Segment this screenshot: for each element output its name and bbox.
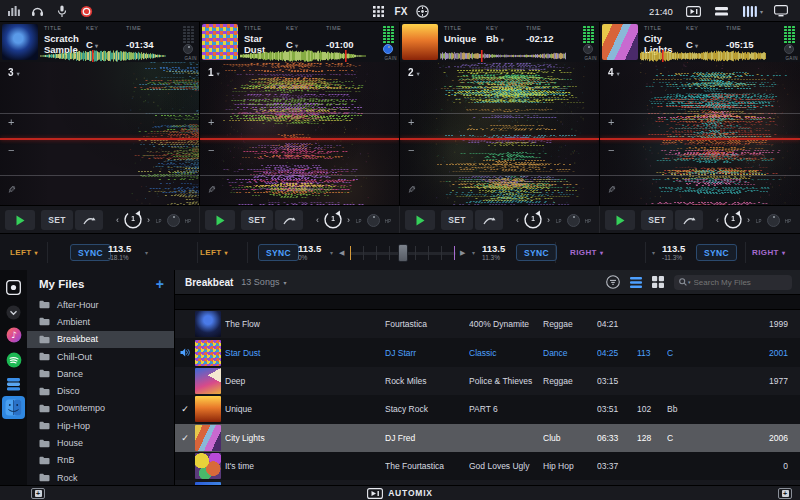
track-overview[interactable] xyxy=(440,48,566,60)
zoom-out-button[interactable]: − xyxy=(8,144,14,156)
track-row[interactable]: ✓ Deep Rock Miles Police & Thieves Regga… xyxy=(175,367,800,395)
deck-time-remaining[interactable]: -02:12 xyxy=(526,33,572,44)
loop-halve-button[interactable]: ‹ xyxy=(513,215,522,225)
filter-icon[interactable] xyxy=(606,275,620,289)
filter-knob[interactable]: LP HP xyxy=(367,214,380,227)
crossfader-track[interactable] xyxy=(350,245,456,261)
beat-jump-selector[interactable]: 2▾ xyxy=(408,67,420,78)
deck-key-select[interactable]: Bb▾ xyxy=(486,33,526,44)
loop-button[interactable]: 1 xyxy=(522,209,544,231)
filter-knob[interactable]: LP HP xyxy=(167,214,180,227)
zoom-out-button[interactable]: − xyxy=(408,144,414,156)
deck3-bpm[interactable]: 113.511.3% xyxy=(482,234,505,271)
list-view-icon[interactable] xyxy=(630,277,642,288)
zoom-in-button[interactable]: + xyxy=(608,116,614,128)
sidebar-folder-item[interactable]: Rock xyxy=(27,469,174,485)
levels-icon[interactable] xyxy=(6,0,22,22)
beat-jump-selector[interactable]: 4▾ xyxy=(608,67,620,78)
sidebar-folder-item[interactable]: Dance xyxy=(27,365,174,382)
play-button[interactable] xyxy=(405,210,435,230)
cue-set-button[interactable]: SET xyxy=(641,210,673,230)
display-icon[interactable] xyxy=(772,0,790,22)
sidebar-folder-item[interactable]: Chill-Out xyxy=(27,348,174,365)
deck-waveform[interactable]: 1▾ + − ✎ xyxy=(200,62,400,205)
record-icon[interactable] xyxy=(78,0,94,22)
track-row[interactable]: ✓ Unique Stacy Rock PART 6 03:51 102 Bb xyxy=(175,395,800,423)
beat-jump-selector[interactable]: 3▾ xyxy=(8,67,20,78)
sidebar-folder-item[interactable]: Ambient xyxy=(27,313,174,330)
search-input[interactable] xyxy=(691,278,787,287)
deck-waveform[interactable]: 4▾ + − ✎ xyxy=(600,62,800,205)
fx-button[interactable]: FX xyxy=(392,0,410,22)
automix-button[interactable]: AUTOMIX xyxy=(388,488,433,498)
gain-knob[interactable] xyxy=(784,44,794,54)
deck2-sync-button[interactable]: SYNC xyxy=(258,234,299,271)
sidebar-folder-item[interactable]: Breakbeat xyxy=(27,331,174,348)
playlist-name[interactable]: Breakbeat xyxy=(185,277,233,288)
edit-pencil-icon[interactable]: ✎ xyxy=(6,185,17,193)
beat-jump-selector[interactable]: 1▾ xyxy=(208,67,220,78)
crossfader-right-arrow[interactable]: ▶ xyxy=(460,234,465,271)
play-button[interactable] xyxy=(605,210,635,230)
track-overview[interactable] xyxy=(240,48,366,60)
headphones-icon[interactable] xyxy=(29,0,45,22)
crossfader[interactable] xyxy=(350,234,456,271)
deck1-sync-button[interactable]: SYNC xyxy=(70,234,111,271)
track-row[interactable]: ✓ Star Dust DJ Starr Classic Dance 04:25… xyxy=(175,338,800,366)
cue-set-button[interactable]: SET xyxy=(241,210,273,230)
gain-knob[interactable] xyxy=(383,44,393,54)
video-library-icon[interactable] xyxy=(4,374,23,393)
loop-button[interactable]: 1 xyxy=(322,209,344,231)
neural-mix-icon[interactable] xyxy=(414,0,430,22)
deck1-bpm[interactable]: 113.5-18.1% xyxy=(108,234,131,271)
filter-knob[interactable]: LP HP xyxy=(767,214,780,227)
edit-pencil-icon[interactable]: ✎ xyxy=(206,185,217,193)
gain-knob[interactable] xyxy=(583,44,593,54)
filter-knob[interactable]: LP HP xyxy=(567,214,580,227)
camera-icon[interactable] xyxy=(4,278,23,297)
pitch-bend-button[interactable] xyxy=(675,210,703,230)
grid-icon[interactable] xyxy=(370,0,386,22)
edit-pencil-icon[interactable]: ✎ xyxy=(606,185,617,193)
microphone-icon[interactable] xyxy=(54,0,70,22)
zoom-in-button[interactable]: + xyxy=(208,116,214,128)
music-library-icon[interactable]: ♪ xyxy=(4,325,23,344)
menu-icon[interactable] xyxy=(712,0,730,22)
finder-files-icon[interactable] xyxy=(2,396,25,419)
crossfader-handle[interactable] xyxy=(398,244,408,262)
cue-set-button[interactable]: SET xyxy=(441,210,473,230)
pitch-bend-button[interactable] xyxy=(475,210,503,230)
track-row[interactable]: ✓ It's time The Fourtastica God Loves Ug… xyxy=(175,452,800,480)
gain-knob[interactable] xyxy=(183,44,193,54)
deck3-sync-button[interactable]: SYNC xyxy=(516,234,557,271)
chevron-down-icon[interactable]: ▾ xyxy=(145,234,148,271)
loop-double-button[interactable]: › xyxy=(144,215,153,225)
track-row[interactable]: ✓ City Lights DJ Fred Club 06:33 128 C 2… xyxy=(175,424,800,452)
add-playlist-button[interactable]: + xyxy=(156,278,164,290)
spotify-icon[interactable] xyxy=(4,350,23,369)
zoom-in-button[interactable]: + xyxy=(408,116,414,128)
loop-double-button[interactable]: › xyxy=(344,215,353,225)
chevron-down-icon[interactable]: ▾ xyxy=(652,234,655,271)
loop-halve-button[interactable]: ‹ xyxy=(313,215,322,225)
collapse-chevron-icon[interactable] xyxy=(4,303,23,322)
deck-waveform[interactable]: 3▾ + − ✎ xyxy=(0,62,200,205)
zoom-in-button[interactable]: + xyxy=(8,116,14,128)
sidebar-folder-item[interactable]: After-Hour xyxy=(27,296,174,313)
toggle-panel-button[interactable]: + xyxy=(778,488,792,499)
search-box[interactable]: ▾ xyxy=(674,275,792,290)
sidebar-folder-item[interactable]: Downtempo xyxy=(27,400,174,417)
deck4-bpm[interactable]: 113.5-11.3% xyxy=(662,234,685,271)
sidebar-folder-item[interactable]: RnB xyxy=(27,452,174,469)
deck-waveform[interactable]: 2▾ + − ✎ xyxy=(400,62,600,205)
loop-button[interactable]: 1 xyxy=(122,209,144,231)
crossfader-left-arrow[interactable]: ◀ xyxy=(339,234,344,271)
chevron-down-icon[interactable]: ▾ xyxy=(330,234,333,271)
loop-halve-button[interactable]: ‹ xyxy=(713,215,722,225)
grid-view-icon[interactable] xyxy=(652,276,664,288)
chevron-down-icon[interactable]: ▾ xyxy=(283,279,286,286)
track-overview[interactable] xyxy=(40,48,166,60)
track-row[interactable]: ✓ The Flow Fourtastica 400% Dynamite Reg… xyxy=(175,310,800,338)
sidebar-folder-item[interactable]: Hip-Hop xyxy=(27,417,174,434)
cue-set-button[interactable]: SET xyxy=(41,210,73,230)
